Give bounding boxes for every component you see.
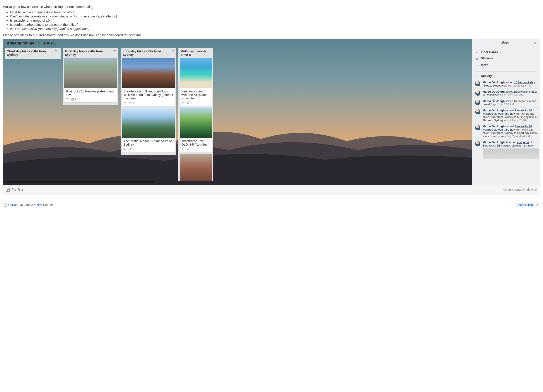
attachment-badge: 1 (187, 148, 192, 151)
card-badges: 1 (180, 147, 212, 152)
trello-board[interactable]: Adventuretime ☆ Public Short day hikes <… (3, 39, 540, 185)
constraint-item: Isn't too expensive (no more sky jumping… (10, 27, 540, 31)
list-title: Short day hikes < 4hr from Sydney (7, 50, 55, 56)
attachment-badge: 1 (129, 148, 134, 151)
external-link-icon (534, 188, 537, 191)
activity-link[interactable]: image.png (517, 141, 530, 144)
list[interactable]: Multi day hikes in other sKangaroo islan… (178, 48, 213, 181)
card[interactable] (180, 154, 212, 181)
card[interactable]: Thorsborne Trail QLD, 3-5 (Aug-Sept)1 (180, 107, 212, 152)
constraint-item: Can't include peanuts in any way, shape,… (10, 14, 540, 18)
description-badge (124, 148, 127, 151)
description-badge (181, 101, 185, 104)
board-menu-panel: Menu ✕ Filter Cards Stickers ⋯ More (472, 39, 540, 185)
card-badges: 1 (122, 101, 175, 106)
divider (475, 71, 537, 72)
description-badge (124, 101, 127, 104)
activity-item: Marco De Jongh added Bushwalking NSW to … (475, 89, 539, 98)
card-title: Kangaroo island wilderne 5d (March - Nov… (180, 88, 212, 101)
activity-item: Marco De Jongh added Resources to this b… (475, 98, 539, 107)
intro-follow: Please add ideas to our Trello board, an… (3, 33, 540, 37)
visibility-button[interactable]: Public (43, 41, 56, 45)
list-title: Multi day hikes in other s (181, 50, 211, 56)
card-cover-image (122, 107, 175, 138)
card-title: Blue rocks 2d Newnes plateau hard nav (64, 88, 117, 97)
trello-embed: Adventuretime ☆ Public Short day hikes <… (3, 39, 540, 195)
description-badge (66, 98, 69, 101)
constraint-item: Is outdoors (the point is to get out of … (10, 23, 540, 26)
globe-icon (43, 42, 46, 45)
more-icon: ⋯ (475, 62, 479, 67)
card-cover-image (180, 107, 212, 138)
list-title: Multi day hikes < 4hr from Sydney (65, 50, 113, 56)
menu-more[interactable]: ⋯ More (472, 61, 540, 69)
activity-header: Activity (472, 72, 540, 79)
activity-item: Marco De Jongh moved Blue rocks 2d Newne… (475, 123, 539, 139)
menu-filter-cards[interactable]: Filter Cards (472, 49, 540, 55)
card[interactable]: The Castle, Morton NP 4hr south of Sydne… (122, 107, 175, 152)
constraint-item: Must be within an hour's drive from the … (10, 10, 540, 14)
attachment-badge: 1 (129, 101, 134, 104)
avatar (475, 141, 481, 147)
horizontal-scrollbar[interactable] (6, 181, 155, 183)
description-badge (181, 148, 185, 151)
card[interactable]: Breadknife and Grand High Tops walk 6hr … (122, 58, 175, 106)
list[interactable]: Long day hikes 4-8hr from Sydney⋯Breadkn… (121, 48, 176, 155)
activity-icon (475, 74, 479, 78)
list[interactable]: Short day hikes < 4hr from Sydney⋯ (5, 48, 61, 59)
close-icon[interactable]: ✕ (533, 40, 537, 45)
label-tag[interactable]: team-outing (516, 203, 534, 207)
filter-icon (475, 50, 479, 54)
avatar (475, 125, 481, 131)
intro-lead: We've got a few constraints when picking… (3, 5, 540, 9)
like-summary: You and 3 others like this (19, 203, 53, 207)
activity-item: Marco De Jongh added 10 best multiday hi… (475, 79, 539, 89)
activity-item: Marco De Jongh moved Blue rocks 2d Newne… (475, 107, 539, 123)
attachment-thumbnail[interactable] (483, 148, 539, 159)
attachment-badge: 1 (187, 101, 192, 104)
trello-logo-icon (6, 188, 10, 192)
card-title: The Castle, Morton NP 4hr south of Sydne… (122, 138, 175, 147)
constraint-list: Must be within an hour's drive from the … (10, 10, 540, 31)
card-title: Thorsborne Trail QLD, 3-5 (Aug-Sept) (180, 138, 212, 147)
others-link[interactable]: 3 others (31, 203, 43, 207)
thumbs-up-icon (4, 203, 7, 207)
list-menu-icon[interactable]: ⋯ (55, 50, 58, 52)
card-badges: 1 (122, 147, 175, 152)
card[interactable]: Kangaroo island wilderne 5d (March - Nov… (180, 58, 212, 106)
attachment-badge: 1 (71, 98, 76, 101)
list[interactable]: Multi day hikes < 4hr from Sydney⋯Blue r… (63, 48, 119, 105)
card-cover-image (64, 58, 117, 88)
card-cover-image (122, 58, 175, 88)
avatar (475, 90, 481, 96)
menu-title: Menu (501, 41, 510, 45)
trello-logo: Trello (6, 187, 23, 192)
card-cover-image (180, 154, 212, 181)
card-title: Breadknife and Grand High Tops walk 6hr … (122, 88, 175, 101)
activity-item: Marco De Jongh attached image.png to Blu… (475, 139, 539, 161)
card[interactable]: Blue rocks 2d Newnes plateau hard nav1 (64, 58, 117, 102)
avatar (475, 81, 481, 87)
svg-point-1 (476, 57, 478, 60)
activity-link[interactable]: Blue rocks 2d Newnes plateau hard nav (483, 144, 533, 147)
constraint-item: Is suitable for a group of 10 (10, 18, 540, 22)
card-badges: 1 (180, 101, 212, 106)
open-in-new-window[interactable]: Open in New Window (503, 188, 537, 191)
edit-labels-button[interactable] (536, 203, 539, 207)
avatar (475, 109, 481, 115)
board-title: Adventuretime (7, 41, 34, 45)
pencil-icon (536, 203, 539, 206)
list-menu-icon[interactable]: ⋯ (113, 50, 116, 52)
activity-link[interactable]: Bushwalking NSW (514, 90, 537, 93)
card-badges: 1 (64, 97, 117, 102)
sticker-icon (475, 56, 479, 60)
menu-stickers[interactable]: Stickers (472, 55, 540, 61)
avatar (475, 99, 481, 106)
star-icon[interactable]: ☆ (37, 42, 40, 45)
unlike-button[interactable]: Unlike (4, 203, 17, 207)
list-menu-icon[interactable]: ⋯ (170, 50, 174, 52)
list-title: Long day hikes 4-8hr from Sydney (123, 50, 170, 56)
card-cover-image (180, 58, 212, 88)
